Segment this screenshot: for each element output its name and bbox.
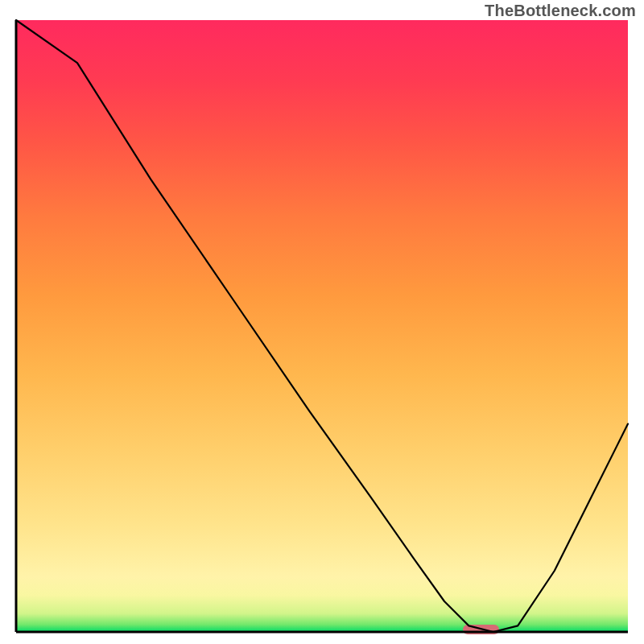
chart-svg [16,20,628,632]
chart-area [16,20,628,632]
chart-container: TheBottleneck.com [0,0,644,644]
watermark-text: TheBottleneck.com [485,2,636,20]
bottleneck-curve [16,20,628,632]
